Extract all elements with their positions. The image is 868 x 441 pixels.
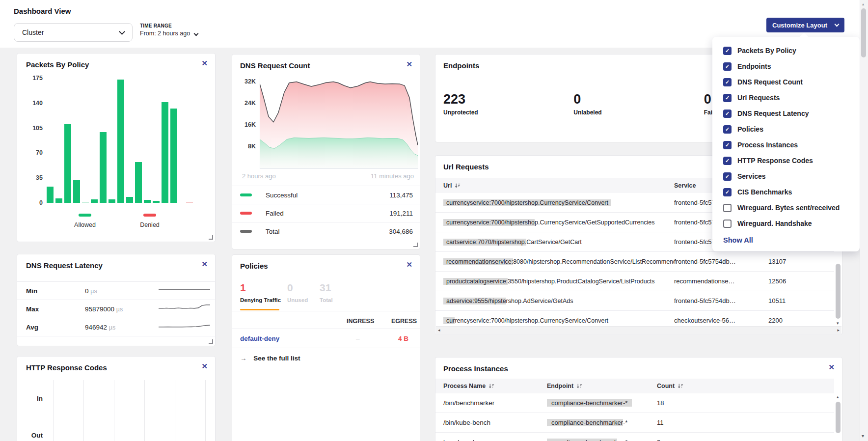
legend-value: 191,211: [389, 210, 413, 217]
scroll-up-icon[interactable]: ▴: [837, 395, 839, 399]
active-tab-underline: [240, 309, 279, 310]
card-process-instances: Process Instances ✕ Process Name Endpoin…: [435, 357, 842, 441]
checkbox-checked-icon[interactable]: ✓: [723, 47, 732, 55]
resize-handle[interactable]: [209, 235, 213, 240]
stat-denying-traffic[interactable]: 1 Denying Traffic: [240, 282, 287, 303]
scrollbar-thumb[interactable]: [836, 402, 841, 433]
stat-total[interactable]: 31 Total: [320, 282, 352, 303]
customize-menu-item[interactable]: ✓DNS Request Count: [712, 74, 860, 90]
latency-label: Min: [26, 287, 85, 295]
close-icon[interactable]: ✕: [201, 260, 208, 269]
checkbox-checked-icon[interactable]: ✓: [723, 78, 732, 86]
close-icon[interactable]: ✕: [201, 362, 208, 371]
service-cell: frontend-5fc5754db…: [674, 297, 768, 304]
url-highlight: cartservice:7070/hipstershop.: [443, 239, 526, 246]
scroll-down-icon[interactable]: ▾: [862, 433, 864, 439]
metric-label: Unprotected: [443, 109, 573, 116]
process-name-cell: benchmarker: [443, 439, 547, 441]
checkbox-checked-icon[interactable]: ✓: [723, 94, 732, 102]
checkbox-checked-icon[interactable]: ✓: [723, 157, 732, 165]
gridline: [144, 380, 145, 441]
customize-layout-button[interactable]: Customize Layout: [766, 18, 844, 32]
policy-link[interactable]: default-deny: [240, 335, 279, 342]
customize-menu-item[interactable]: ✓Endpoints: [712, 58, 860, 74]
packets-plot: [47, 78, 193, 203]
resize-handle[interactable]: [413, 243, 418, 247]
checkbox-checked-icon[interactable]: ✓: [723, 125, 732, 134]
count-cell: 10511: [768, 297, 834, 304]
arrow-right-icon: →: [240, 355, 247, 362]
customize-menu-item[interactable]: ✓DNS Request Latency: [712, 106, 860, 121]
latency-row: Max95879000 µs: [17, 300, 215, 318]
customize-menu-item[interactable]: ✓Process Instances: [712, 137, 860, 153]
column-header-count[interactable]: Count: [657, 383, 834, 389]
stat-unused[interactable]: 0 Unused: [287, 282, 320, 303]
horizontal-scrollbar[interactable]: ◂ ▸: [436, 326, 841, 334]
menu-item-label: DNS Request Latency: [737, 110, 809, 117]
customize-menu-item[interactable]: ✓HTTP Response Codes: [712, 153, 860, 168]
url-cell: adservice:9555/hipstershop.AdService/Get…: [443, 298, 674, 304]
scroll-down-icon[interactable]: ▾: [837, 321, 839, 326]
checkbox-checked-icon[interactable]: ✓: [723, 172, 732, 181]
column-header-process-name[interactable]: Process Name: [443, 383, 547, 389]
gridline: [205, 380, 206, 441]
y-axis-tick: 32K: [244, 78, 256, 85]
legend-value: 304,686: [389, 228, 413, 235]
customize-menu-item[interactable]: ✓Url Requests: [712, 90, 860, 106]
vertical-scrollbar[interactable]: ▴: [836, 395, 841, 441]
chevron-down-icon: [119, 28, 125, 35]
close-icon[interactable]: ✕: [828, 363, 835, 372]
latency-unit: µs: [109, 324, 115, 331]
scroll-left-icon[interactable]: ◂: [438, 328, 440, 332]
checkbox-checked-icon[interactable]: ✓: [723, 62, 732, 71]
show-all-link[interactable]: Show All: [723, 236, 860, 244]
customize-menu-item[interactable]: ✓Services: [712, 168, 860, 184]
allowed-bar: [135, 162, 142, 203]
time-range: TIME RANGE From: 2 hours ago: [140, 23, 198, 37]
legend-label: Successful: [266, 192, 298, 199]
column-header-ingress: INGRESS: [347, 318, 374, 325]
allowed-bar: [47, 187, 54, 203]
customize-menu-item[interactable]: ✓CIS Benchmarks: [712, 184, 860, 200]
endpoint-metric: 0Unlabeled: [573, 92, 704, 116]
scrollbar-thumb[interactable]: [836, 264, 841, 319]
y-axis-tick: 0: [39, 199, 43, 206]
page-scrollbar[interactable]: ▴ ▾: [860, 0, 868, 441]
customize-menu-item[interactable]: Wireguard. Handshake: [712, 216, 860, 231]
checkbox-checked-icon[interactable]: ✓: [723, 188, 732, 196]
latency-sparkline: [159, 302, 215, 316]
scroll-up-icon[interactable]: ▴: [862, 2, 864, 6]
policy-egress-value: 4 B: [398, 335, 408, 342]
scroll-right-icon[interactable]: ▸: [837, 328, 840, 332]
customize-menu-item[interactable]: Wireguard. Bytes sent/received: [712, 200, 860, 216]
see-full-list-label: See the full list: [253, 355, 300, 362]
close-icon[interactable]: ✕: [406, 60, 412, 69]
legend-item-denied: Denied: [131, 210, 168, 228]
time-range-value[interactable]: From: 2 hours ago: [140, 30, 198, 37]
checkbox-checked-icon[interactable]: ✓: [723, 141, 732, 149]
divider: [232, 311, 420, 311]
column-header-endpoint[interactable]: Endpoint: [547, 383, 657, 389]
resize-handle[interactable]: [209, 339, 213, 344]
menu-item-label: DNS Request Count: [737, 78, 803, 86]
checkbox-unchecked-icon[interactable]: [723, 220, 732, 228]
see-full-list-link[interactable]: → See the full list: [240, 355, 300, 362]
checkbox-checked-icon[interactable]: ✓: [723, 110, 732, 118]
y-axis-tick: 8K: [248, 143, 256, 150]
customize-menu-item[interactable]: ✓Packets By Policy: [712, 43, 860, 58]
divider: [232, 348, 420, 348]
sort-icon: [455, 183, 461, 189]
card-title: DNS Request Latency: [26, 261, 103, 270]
close-icon[interactable]: ✕: [201, 59, 208, 68]
latency-value: 95879000 µs: [85, 305, 159, 313]
url-cell: recommendationservice:8080/hipstershop.R…: [443, 258, 674, 265]
close-icon[interactable]: ✕: [406, 260, 412, 269]
view-select[interactable]: Cluster: [14, 23, 133, 42]
allowed-bar: [144, 200, 151, 203]
customize-menu-item[interactable]: ✓Policies: [712, 121, 860, 137]
y-axis-tick: 70: [36, 149, 43, 156]
legend-label: Total: [266, 228, 280, 235]
checkbox-unchecked-icon[interactable]: [723, 204, 732, 212]
column-header-url[interactable]: Url: [443, 182, 674, 189]
scrollbar-thumb[interactable]: [861, 8, 866, 57]
